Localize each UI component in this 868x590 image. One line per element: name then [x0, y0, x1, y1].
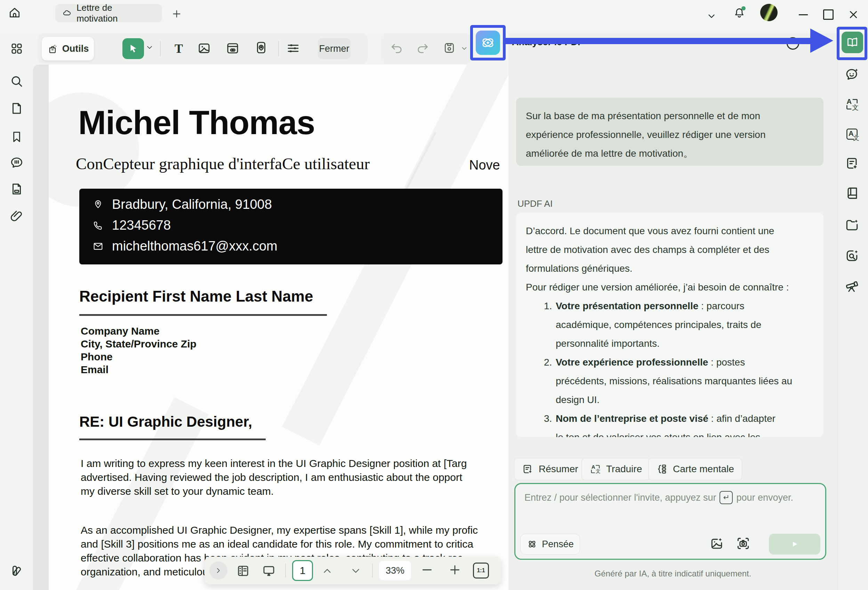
- tools-button[interactable]: Outils: [42, 37, 94, 60]
- undo-icon: [390, 41, 403, 55]
- select-tool-button[interactable]: [123, 38, 144, 59]
- screenshot-button[interactable]: [735, 536, 751, 551]
- ai-disclaimer: Généré par IA, à titre indicatif uniquem…: [508, 569, 837, 578]
- select-tool-dropdown[interactable]: [145, 43, 154, 51]
- assistant-label: UPDF AI: [517, 199, 553, 209]
- translate-button[interactable]: A 文 Traduire: [582, 458, 650, 480]
- bookmarks-button[interactable]: [9, 129, 24, 144]
- cloud-icon: [62, 9, 72, 18]
- zoom-in-button[interactable]: [448, 563, 462, 577]
- summarize-button[interactable]: Résumer: [514, 458, 586, 480]
- title-bar: Lettre de motivation: [0, 0, 868, 33]
- presentation-button[interactable]: [261, 564, 276, 578]
- close-tools-button[interactable]: Fermer: [318, 38, 351, 59]
- ai-files-button[interactable]: [844, 218, 860, 233]
- properties-tool-button[interactable]: [286, 41, 300, 56]
- save-dropdown[interactable]: [461, 44, 468, 52]
- telescope-icon: [844, 278, 860, 293]
- mail-icon: [93, 241, 103, 252]
- location-pin-icon: [93, 199, 103, 210]
- prompt-input[interactable]: Entrez / pour sélectionner l'invite, app…: [514, 483, 826, 560]
- chevron-down-icon: [350, 565, 362, 577]
- redo-button[interactable]: [416, 41, 430, 55]
- card-link-icon: [225, 41, 240, 56]
- minimize-button[interactable]: [796, 7, 811, 22]
- paragraph-line: I am writing to express my keen interest…: [81, 456, 467, 471]
- new-tab-button[interactable]: [169, 6, 184, 22]
- ai-chat-icon: [844, 67, 860, 82]
- dictionary-button[interactable]: [844, 185, 860, 201]
- zoom-level-input[interactable]: 33%: [379, 561, 411, 580]
- svg-text:文: 文: [852, 103, 859, 112]
- mindmap-icon: [656, 463, 668, 475]
- page-number-input[interactable]: 1: [292, 560, 313, 581]
- notifications-button[interactable]: [732, 6, 747, 21]
- image-sparkle-icon: [709, 536, 724, 551]
- ai-translate-button[interactable]: A 文: [844, 97, 860, 112]
- summarize-label: Résumer: [539, 463, 578, 475]
- page-icon: [9, 101, 24, 116]
- assistant-list-item: 1.Votre présentation personnelle : parco…: [526, 297, 814, 315]
- stamp-location-tool-button[interactable]: [254, 40, 269, 55]
- panel-settings-button[interactable]: [810, 37, 823, 50]
- image-tool-button[interactable]: [197, 41, 211, 56]
- plus-icon: [448, 563, 462, 577]
- recipient-line: Company Name: [81, 325, 196, 337]
- zoom-out-button[interactable]: [420, 563, 434, 577]
- ai-panel: Analyser le PDF Sur la base de ma présen…: [508, 33, 837, 590]
- avatar[interactable]: [760, 4, 778, 21]
- document-tab[interactable]: Lettre de motivation: [55, 4, 162, 22]
- ai-summary-button[interactable]: [844, 156, 860, 171]
- app-grid-button[interactable]: [9, 41, 24, 56]
- image-icon: [197, 41, 211, 56]
- insert-image-button[interactable]: [709, 536, 724, 551]
- attachments-button[interactable]: [9, 209, 24, 224]
- ai-chat-button[interactable]: [844, 67, 860, 82]
- undo-button[interactable]: [390, 41, 403, 55]
- page-thumbnails-button[interactable]: [9, 101, 24, 116]
- link-card-tool-button[interactable]: [225, 41, 240, 56]
- send-icon: [790, 539, 800, 549]
- summary-sparkle-icon: [844, 156, 860, 171]
- atom-icon: [527, 539, 537, 550]
- text-tool-button[interactable]: T: [171, 40, 186, 58]
- send-button[interactable]: [769, 534, 820, 555]
- svg-text:A: A: [847, 98, 852, 105]
- page-number-value: 1: [300, 565, 306, 577]
- save-button[interactable]: [442, 41, 456, 55]
- close-button[interactable]: [846, 7, 861, 22]
- thumbnail-panel-button[interactable]: [236, 564, 250, 578]
- svg-text:文: 文: [596, 468, 601, 474]
- search-sparkle-icon: [844, 248, 860, 263]
- document-viewport[interactable]: Michel Thomas ConCepteur graphique d'int…: [33, 65, 508, 590]
- search-button[interactable]: [9, 74, 24, 89]
- presentation-icon: [261, 564, 276, 578]
- assistant-list-item: 2.Votre expérience professionnelle : pos…: [526, 353, 814, 372]
- thinking-mode-label: Pensée: [542, 539, 574, 550]
- letter-date-fragment: Nove: [469, 158, 500, 173]
- panel-title: Analyser le PDF: [512, 37, 583, 48]
- page-translate-icon: A 文: [844, 127, 860, 142]
- page-translate-button[interactable]: A 文: [844, 127, 860, 142]
- form-fields-button[interactable]: [9, 181, 24, 197]
- telescope-button[interactable]: [844, 278, 860, 293]
- toolbar-divider: [285, 564, 286, 577]
- svg-text:文: 文: [853, 134, 859, 141]
- contact-address: Bradbury, California, 91008: [112, 197, 272, 212]
- swatches-button[interactable]: [9, 563, 24, 578]
- mindmap-button[interactable]: Carte mentale: [648, 458, 742, 480]
- actual-size-button[interactable]: 1:1: [473, 562, 489, 578]
- home-button[interactable]: [7, 5, 22, 20]
- notification-dot: [741, 6, 745, 10]
- expand-toolbar-button[interactable]: [210, 562, 227, 580]
- maximize-button[interactable]: [821, 7, 836, 22]
- previous-page-button[interactable]: [321, 565, 333, 577]
- prompt-placeholder: Entrez / pour sélectionner l'invite, app…: [524, 491, 793, 504]
- next-page-button[interactable]: [350, 565, 362, 577]
- comments-button[interactable]: [9, 155, 24, 170]
- redo-icon: [416, 41, 430, 55]
- progress-ring-icon[interactable]: [787, 37, 799, 50]
- thinking-mode-button[interactable]: Pensée: [520, 534, 580, 555]
- window-dropdown-button[interactable]: [704, 8, 719, 24]
- ai-search-button[interactable]: [844, 248, 860, 263]
